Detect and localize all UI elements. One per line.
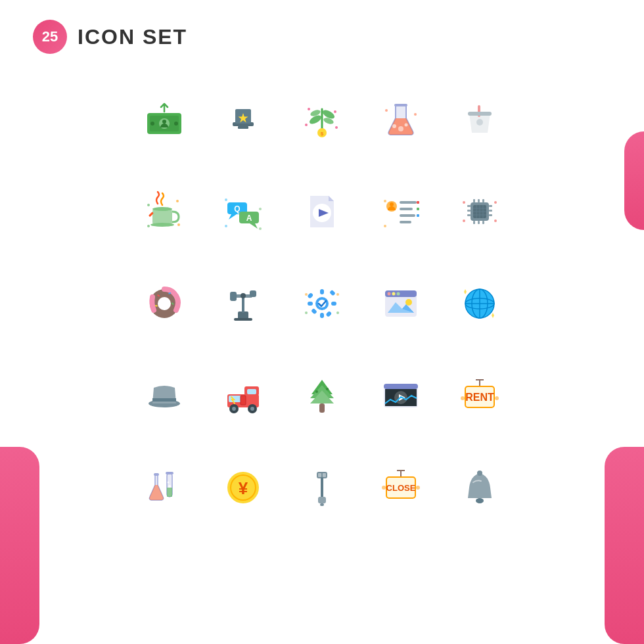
svg-rect-71 [489,210,492,212]
svg-point-23 [398,126,403,131]
svg-rect-165 [318,497,326,503]
svg-rect-54 [417,201,419,204]
icon-science-flask[interactable] [361,80,440,159]
svg-point-32 [150,223,174,227]
icon-yen-coin[interactable]: ¥ [204,448,283,527]
page-header: 25 ICON SET [0,0,644,74]
icon-oil-pump[interactable] [204,264,283,343]
svg-rect-103 [329,290,336,296]
svg-point-5 [174,122,178,126]
icon-usb-cable[interactable] [283,448,361,527]
svg-point-20 [335,126,338,129]
bg-decoration-right2 [624,131,644,230]
svg-rect-50 [400,214,415,217]
svg-point-57 [384,200,386,202]
svg-point-19 [305,124,308,126]
icon-lab-tubes[interactable] [125,448,204,527]
svg-point-35 [147,204,150,206]
svg-rect-153 [167,488,172,497]
svg-point-109 [336,311,339,314]
bg-decoration-right [605,447,644,644]
svg-point-171 [382,486,386,490]
icon-video-player[interactable] [361,356,440,435]
svg-point-24 [405,124,408,127]
icon-settings-check[interactable] [283,264,361,343]
svg-point-113 [388,292,391,296]
svg-point-53 [390,202,394,206]
icon-bell[interactable] [440,448,519,527]
icon-money-transfer[interactable] [125,80,204,159]
svg-rect-70 [489,205,492,207]
icon-coffee-cup[interactable] [440,80,519,159]
page-title: ICON SET [78,25,187,49]
svg-point-18 [334,110,336,113]
svg-point-107 [336,293,339,296]
svg-rect-98 [320,289,324,294]
svg-point-79 [463,201,465,204]
svg-rect-105 [325,311,332,317]
icon-cpu-chip[interactable] [440,172,519,251]
svg-rect-77 [478,221,480,224]
svg-point-31 [152,207,172,211]
svg-point-138 [315,390,318,393]
svg-rect-133 [241,396,246,405]
svg-rect-104 [311,308,317,315]
icon-travel-vehicle[interactable] [204,356,283,435]
svg-point-139 [326,388,329,390]
svg-text:RENT: RENT [465,392,494,403]
svg-point-22 [392,124,396,128]
svg-rect-95 [234,318,252,321]
icon-global-network[interactable] [440,264,519,343]
svg-rect-166 [320,503,324,506]
svg-point-34 [176,200,179,202]
svg-point-150 [495,396,499,400]
svg-rect-100 [308,302,313,306]
svg-point-44 [225,225,227,227]
bg-decoration-left [0,447,39,644]
svg-rect-49 [400,208,413,210]
svg-rect-75 [482,199,484,202]
svg-rect-74 [478,199,480,202]
svg-point-172 [416,486,420,490]
svg-point-149 [461,396,465,400]
svg-point-155 [168,485,171,488]
svg-rect-55 [417,208,419,210]
svg-point-106 [305,293,308,296]
icon-plant-growth[interactable]: $ [283,80,361,159]
svg-rect-93 [230,292,237,301]
svg-point-114 [392,292,396,296]
icon-qa-chat[interactable]: Q A [204,172,283,251]
badge-number: 25 [33,20,67,54]
icon-hat[interactable] [125,356,204,435]
svg-rect-76 [473,221,475,224]
svg-rect-73 [473,199,475,202]
svg-point-80 [494,201,497,204]
icon-image-browser[interactable] [361,264,440,343]
icons-grid: $ [0,74,644,540]
icon-hot-drink[interactable] [125,172,204,251]
svg-text:Q: Q [234,204,240,214]
svg-rect-67 [467,205,471,207]
svg-point-81 [463,219,465,222]
svg-point-45 [259,227,262,230]
svg-point-156 [168,482,170,484]
svg-rect-134 [319,403,325,413]
svg-point-43 [259,208,262,210]
svg-text:A: A [246,214,252,223]
svg-rect-9 [238,126,248,129]
icon-donut[interactable] [125,264,204,343]
svg-point-37 [147,225,150,227]
svg-point-132 [250,407,254,411]
svg-rect-141 [384,384,418,389]
svg-rect-94 [250,290,256,297]
icon-task-management[interactable] [361,172,440,251]
svg-point-84 [158,297,171,310]
svg-rect-163 [323,473,326,477]
icon-video-file[interactable] [283,172,361,251]
icon-close-sign[interactable]: CLOSE [361,448,440,527]
svg-rect-28 [468,112,492,116]
icon-rent-sign[interactable]: RENT [440,356,519,435]
svg-text:CLOSE: CLOSE [386,483,416,493]
icon-tree[interactable] [283,356,361,435]
icon-achievement-trophy[interactable] [204,80,283,159]
